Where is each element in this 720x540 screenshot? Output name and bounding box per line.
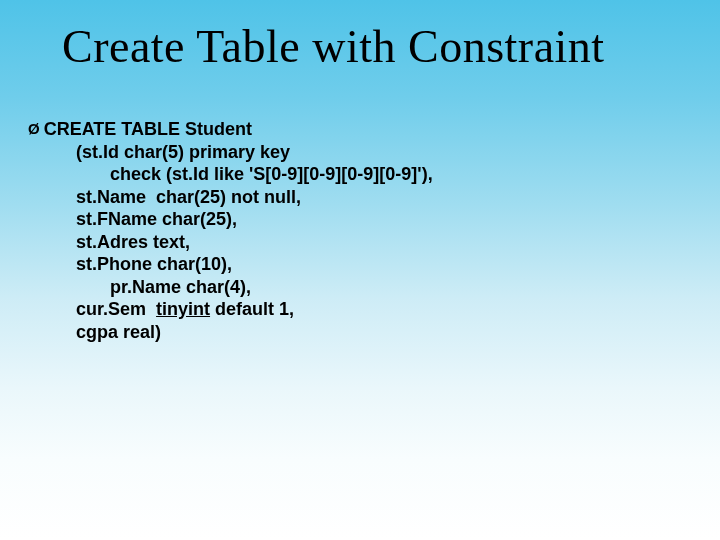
code-line-4: st.FName char(25), bbox=[28, 208, 433, 231]
slide-body: Ø CREATE TABLE Student (st.Id char(5) pr… bbox=[28, 118, 433, 343]
code-line-8: cur.Sem tinyint default 1, bbox=[28, 298, 433, 321]
slide-title: Create Table with Constraint bbox=[62, 20, 605, 73]
code-line-0: Ø CREATE TABLE Student bbox=[28, 118, 433, 141]
code-line-5: st.Adres text, bbox=[28, 231, 433, 254]
code-text: CREATE TABLE Student bbox=[44, 118, 252, 141]
code-text-8c: default 1, bbox=[210, 299, 294, 319]
keyword-tinyint: tinyint bbox=[156, 299, 210, 319]
code-line-9: cgpa real) bbox=[28, 321, 433, 344]
code-line-6: st.Phone char(10), bbox=[28, 253, 433, 276]
code-line-1: (st.Id char(5) primary key bbox=[28, 141, 433, 164]
code-line-3: st.Name char(25) not null, bbox=[28, 186, 433, 209]
code-line-2: check (st.Id like 'S[0-9][0-9][0-9][0-9]… bbox=[28, 163, 433, 186]
bullet-icon: Ø bbox=[28, 118, 40, 140]
code-text-8a: cur.Sem bbox=[76, 299, 156, 319]
code-line-7: pr.Name char(4), bbox=[28, 276, 433, 299]
